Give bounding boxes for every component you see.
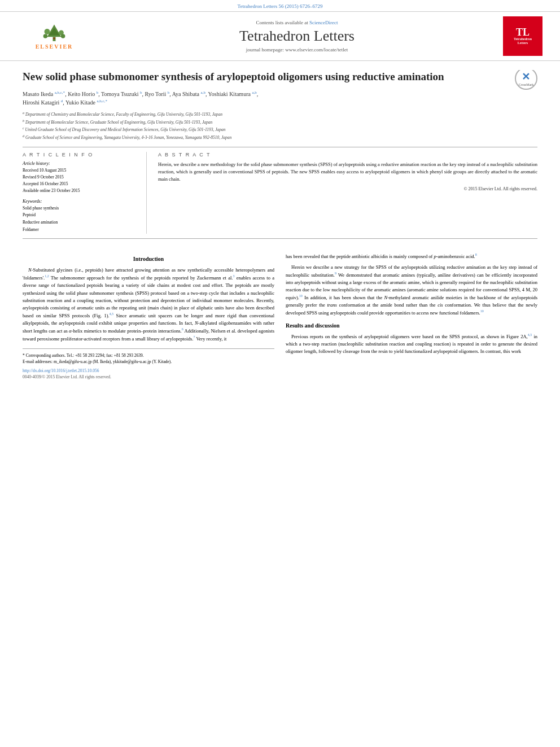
abstract-heading: A B S T R A C T — [158, 152, 537, 158]
footnote-section: * Corresponding authors. Tel.: +81 58 29… — [23, 348, 274, 365]
abstract-copyright: © 2015 Elsevier Ltd. All rights reserved… — [158, 186, 537, 191]
header-center: Contents lists available at ScienceDirec… — [99, 20, 495, 53]
keyword-2: Peptoid — [23, 212, 137, 219]
right-para-1: has been revealed that the peptide antib… — [286, 252, 537, 260]
affiliation-d: d Graduate School of Science and Enginee… — [23, 135, 231, 140]
received-date: Received 10 August 2015 — [23, 167, 137, 174]
results-para-1: Previous reports on the synthesis of ary… — [286, 333, 537, 355]
article-title: New solid phase submonomer synthesis of … — [23, 70, 537, 84]
abstract-text: Herein, we describe a new methodology fo… — [158, 161, 537, 184]
right-para-2: Herein we describe a new strategy for th… — [286, 264, 537, 317]
svg-point-7 — [53, 37, 55, 40]
intro-heading: Introduction — [23, 255, 274, 264]
body-divider — [23, 238, 537, 239]
journal-top-bar: Tetrahedron Letters 56 (2015) 6726–6729 — [0, 0, 560, 11]
header-right: TL TetrahedronLetters — [495, 16, 551, 56]
header-left: ELSEVIER — [9, 21, 99, 52]
article-info-col: A R T I C L E I N F O Article history: R… — [23, 152, 147, 234]
keyword-1: Solid phase synthesis — [23, 205, 137, 212]
keyword-4: Foldamer — [23, 226, 137, 234]
body-col-left: Introduction N-Substituted glycines (i.e… — [23, 252, 274, 381]
results-heading: Results and discussion — [286, 321, 537, 330]
available-date: Available online 23 October 2015 — [23, 187, 137, 194]
homepage-link: journal homepage: www.elsevier.com/locat… — [99, 47, 495, 53]
affiliation-a: a Department of Chemistry and Biomolecul… — [23, 112, 222, 117]
sciencedirect-link[interactable]: ScienceDirect — [309, 20, 338, 25]
affiliation-c: c United Graduate School of Drug Discove… — [23, 127, 226, 132]
body-section: Introduction N-Substituted glycines (i.e… — [0, 243, 560, 381]
tl-logo-big: TL — [516, 27, 530, 37]
intro-para-1: N-Substituted glycines (i.e., peptoids) … — [23, 267, 274, 343]
elsevier-tree-icon — [40, 23, 68, 42]
body-col-right: has been revealed that the peptide antib… — [286, 252, 537, 381]
revised-date: Revised 9 October 2015 — [23, 174, 137, 181]
tl-logo-text: TetrahedronLetters — [514, 37, 532, 45]
body-columns: Introduction N-Substituted glycines (i.e… — [23, 252, 537, 381]
th-letters-logo: TL TetrahedronLetters — [503, 16, 542, 56]
keyword-3: Reductive amination — [23, 219, 137, 226]
divider — [23, 147, 537, 147]
footnote-email: E-mail addresses: m_ikeda@gifu-u.ac.jp (… — [23, 359, 274, 365]
accepted-date: Accepted 16 October 2015 — [23, 181, 137, 187]
crossmark-badge: ✕ CrossMark — [515, 70, 537, 90]
affiliations: a Department of Chemistry and Biomolecul… — [23, 111, 537, 141]
header-section: ELSEVIER Contents lists available at Sci… — [0, 11, 560, 61]
article-info-abstract: A R T I C L E I N F O Article history: R… — [23, 152, 537, 234]
doi-section: http://dx.doi.org/10.1016/j.tetlet.2015.… — [23, 368, 274, 374]
elsevier-logo: ELSEVIER — [23, 21, 85, 52]
keywords-title: Keywords: — [23, 199, 137, 204]
journal-title: Tetrahedron Letters — [99, 28, 495, 45]
history-title: Article history: — [23, 161, 137, 166]
page: Tetrahedron Letters 56 (2015) 6726–6729 — [0, 0, 560, 747]
svg-point-5 — [43, 34, 48, 38]
elsevier-brand-text: ELSEVIER — [36, 43, 73, 50]
footnote-star: * Corresponding authors. Tel.: +81 58 29… — [23, 352, 274, 359]
rights-section: 0040-4039/© 2015 Elsevier Ltd. All right… — [23, 374, 274, 381]
svg-point-6 — [61, 34, 65, 38]
keywords-section: Keywords: Solid phase synthesis Peptoid … — [23, 199, 137, 234]
affiliation-b: b Department of Biomolecular Science, Gr… — [23, 120, 212, 125]
crossmark-inner: ✕ CrossMark — [515, 70, 537, 90]
journal-volume-label: Tetrahedron Letters 56 (2015) 6726–6729 — [238, 3, 323, 9]
sciencedirect-info: Contents lists available at ScienceDirec… — [99, 20, 495, 25]
article-info-heading: A R T I C L E I N F O — [23, 152, 137, 158]
article-section: ✕ CrossMark New solid phase submonomer s… — [0, 61, 560, 239]
svg-point-3 — [45, 29, 50, 34]
abstract-col: A B S T R A C T Herein, we describe a ne… — [147, 152, 537, 234]
doi-link[interactable]: http://dx.doi.org/10.1016/j.tetlet.2015.… — [23, 368, 99, 373]
article-history: Article history: Received 10 August 2015… — [23, 161, 137, 194]
authors: Masato Ikeda a,b,c,*, Keito Horio b, Tom… — [23, 90, 537, 107]
